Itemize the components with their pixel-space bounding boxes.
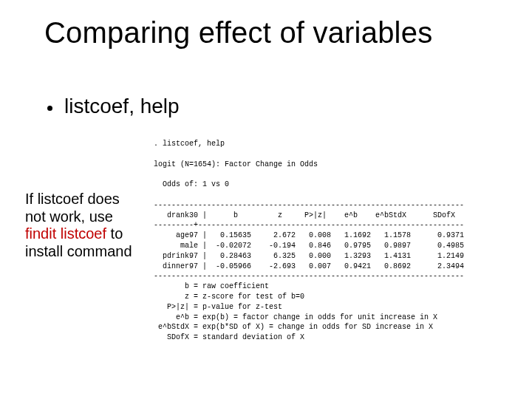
console-legend-line: P>|z| = p-value for z-test — [154, 303, 282, 311]
console-command: . listcoef, help — [154, 140, 225, 148]
console-header: drank30 | b z P>|z| e^b e^bStdX SDofX — [154, 211, 455, 219]
console-legend-line: SDofX = standard deviation of X — [154, 333, 304, 341]
sidenote-line: If listcoef does — [25, 191, 120, 207]
console-row: age97 | 0.15635 2.672 0.008 1.1692 1.157… — [154, 231, 464, 239]
bullet-text: listcoef, help — [64, 95, 180, 118]
bullet-item: listcoef, help — [47, 95, 180, 118]
console-legend-line: e^bStdX = exp(b*SD of X) = change in odd… — [154, 323, 433, 331]
sidenote-line: not work, use — [25, 208, 113, 225]
sidenote-command: findit listcoef — [25, 225, 106, 242]
console-row: dinner97 | -0.05966 -2.693 0.007 0.9421 … — [154, 262, 464, 270]
slide: Comparing effect of variables listcoef, … — [0, 0, 532, 399]
console-odds-line: Odds of: 1 vs 0 — [154, 180, 229, 188]
sidenote-line: install command — [25, 243, 132, 259]
slide-title: Comparing effect of variables — [44, 16, 502, 50]
console-row: male | -0.02072 -0.194 0.846 0.9795 0.98… — [154, 242, 464, 250]
console-model-line: logit (N=1654): Factor Change in Odds — [154, 160, 318, 168]
console-separator: ---------+------------------------------… — [154, 221, 464, 229]
console-separator: ----------------------------------------… — [154, 201, 464, 209]
stata-output: . listcoef, help logit (N=1654): Factor … — [154, 139, 516, 343]
console-legend-line: z = z-score for test of b=0 — [154, 293, 304, 301]
side-note: If listcoef does not work, use findit li… — [25, 191, 143, 260]
sidenote-line: to — [106, 225, 123, 242]
console-row: pdrink97 | 0.28463 6.325 0.000 1.3293 1.… — [154, 252, 464, 260]
console-separator: ----------------------------------------… — [154, 272, 464, 280]
console-legend-line: e^b = exp(b) = factor change in odds for… — [154, 313, 437, 321]
console-legend-line: b = raw coefficient — [154, 282, 269, 290]
bullet-icon — [47, 106, 52, 111]
